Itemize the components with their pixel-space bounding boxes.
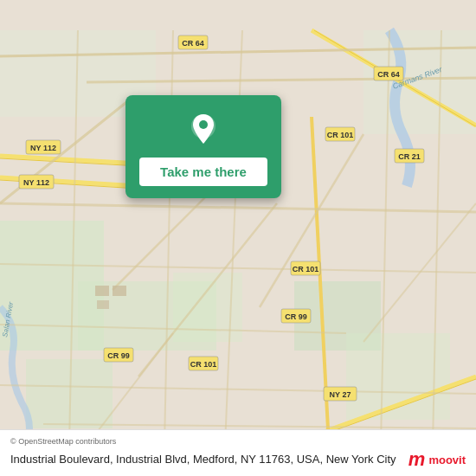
svg-text:CR 101: CR 101 xyxy=(293,265,319,273)
svg-text:NY 112: NY 112 xyxy=(30,144,56,152)
map-container: CR 64 CR 64 CR 101 CR 101 CR 101 CR 16 C… xyxy=(0,0,476,476)
svg-rect-64 xyxy=(97,300,109,309)
svg-point-66 xyxy=(199,120,208,129)
moovit-m-icon: m xyxy=(408,448,426,471)
bottom-bar: © OpenStreetMap contributors Industrial … xyxy=(0,429,476,476)
svg-text:CR 101: CR 101 xyxy=(327,131,354,139)
svg-rect-62 xyxy=(95,286,109,296)
svg-text:CR 64: CR 64 xyxy=(182,39,204,48)
svg-text:CR 64: CR 64 xyxy=(377,70,400,79)
svg-text:NY 27: NY 27 xyxy=(330,390,351,399)
moovit-brand-text: moovit xyxy=(428,453,466,466)
address-text: Industrial Boulevard, Industrial Blvd, M… xyxy=(10,452,400,467)
location-pin-icon xyxy=(184,111,222,149)
svg-text:CR 21: CR 21 xyxy=(398,152,421,161)
take-me-there-button[interactable]: Take me there xyxy=(139,158,267,186)
svg-text:NY 112: NY 112 xyxy=(23,178,49,187)
attribution-text: © OpenStreetMap contributors xyxy=(10,437,466,446)
location-card: Take me there xyxy=(125,95,281,198)
svg-rect-63 xyxy=(113,286,126,296)
moovit-logo: m moovit xyxy=(408,448,466,471)
svg-text:CR 101: CR 101 xyxy=(190,360,217,369)
svg-rect-8 xyxy=(363,30,476,134)
svg-text:CR 99: CR 99 xyxy=(107,351,130,360)
map-svg: CR 64 CR 64 CR 101 CR 101 CR 101 CR 16 C… xyxy=(0,0,476,476)
svg-text:CR 99: CR 99 xyxy=(285,312,307,321)
